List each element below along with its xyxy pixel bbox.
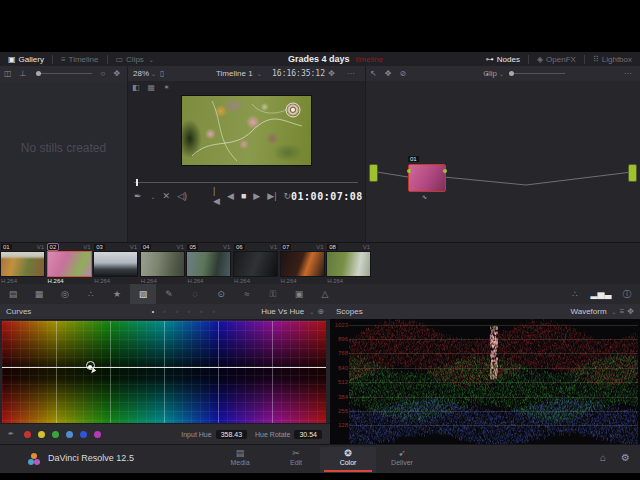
- gallery-zoom-slider[interactable]: [36, 73, 92, 74]
- swatch-blue[interactable]: [80, 431, 87, 438]
- hue-rotate-value[interactable]: 30.54: [294, 430, 322, 439]
- clip-item-05[interactable]: 05V1 H.264: [186, 243, 231, 283]
- disable-node-icon[interactable]: ⊘: [399, 69, 406, 78]
- project-manager-icon[interactable]: ⌂: [600, 452, 606, 463]
- skip-forward-button[interactable]: ▶|: [267, 191, 276, 201]
- step-back-button[interactable]: ◀: [227, 191, 234, 201]
- power-window-icon[interactable]: ◌: [182, 289, 208, 299]
- enhanced-viewer-icon[interactable]: ✶: [163, 83, 170, 92]
- options-menu-icon[interactable]: ···: [347, 69, 355, 78]
- play-button[interactable]: ▶: [253, 191, 260, 201]
- clip-thumbnail[interactable]: [233, 251, 278, 277]
- skip-back-button[interactable]: |◀: [213, 186, 220, 206]
- tab-timeline[interactable]: ≡ Timeline: [53, 52, 107, 66]
- page-media[interactable]: ▤ Media: [212, 447, 268, 473]
- corrector-node-01[interactable]: 01 ∿: [408, 164, 446, 192]
- panel-toggle-icon[interactable]: ◫: [4, 69, 12, 78]
- wipe-mode-icon[interactable]: ◧: [132, 83, 140, 92]
- tab-gallery[interactable]: ▣ Gallery: [0, 52, 52, 66]
- stop-button[interactable]: ■: [241, 191, 246, 201]
- curves-pager-dots[interactable]: • ∘ ∘ ∘ ∘ ∘: [152, 308, 219, 316]
- search-icon[interactable]: ○: [101, 69, 106, 78]
- pan-tool-icon[interactable]: ✥: [385, 69, 392, 78]
- clip-thumbnail[interactable]: [280, 251, 325, 277]
- hue-curve-line[interactable]: [2, 367, 326, 368]
- primaries-bars-icon[interactable]: ∴: [78, 289, 104, 299]
- page-deliver[interactable]: ➹ Deliver: [374, 447, 430, 473]
- info-icon[interactable]: ⓘ: [614, 288, 640, 301]
- curves-settings-icon[interactable]: ⊕: [317, 307, 324, 316]
- scope-mode-selector[interactable]: Waveform ⌄ ≡ ✥: [570, 307, 640, 316]
- key-icon[interactable]: ⚿: [260, 289, 286, 300]
- settings-gear-icon[interactable]: ⚙: [621, 452, 630, 463]
- node-zoom-slider[interactable]: [509, 73, 565, 74]
- expand-icon[interactable]: ✥: [627, 307, 634, 316]
- clip-item-08[interactable]: 08V1 H.264: [326, 243, 371, 283]
- video-preview[interactable]: [181, 95, 312, 166]
- qualifier-icon[interactable]: ✎: [156, 289, 182, 299]
- sizing-icon[interactable]: ▣: [286, 289, 312, 299]
- blur-icon[interactable]: ≈: [234, 289, 260, 299]
- hue-vs-hue-graph[interactable]: [2, 321, 326, 423]
- clip-item-02-selected[interactable]: 02V1 H.264: [47, 243, 92, 283]
- image-wipe-icon[interactable]: ▯: [160, 69, 164, 78]
- playhead[interactable]: [136, 179, 138, 186]
- swatch-green[interactable]: [52, 431, 59, 438]
- page-edit[interactable]: ✂ Edit: [268, 447, 324, 473]
- color-match-icon[interactable]: ▦: [26, 289, 52, 299]
- still-albums-icon[interactable]: ⊥: [20, 69, 27, 78]
- input-hue-value[interactable]: 358.43: [216, 430, 247, 439]
- node-output-dot[interactable]: [443, 169, 447, 173]
- clip-item-03[interactable]: 03V1 H.264: [93, 243, 138, 283]
- swatch-red[interactable]: [24, 431, 31, 438]
- clip-thumbnail[interactable]: [140, 251, 185, 277]
- camera-raw-icon[interactable]: ▤: [0, 289, 26, 299]
- eyedropper-icon[interactable]: ✒: [8, 430, 14, 438]
- node-mode-selector[interactable]: Clip ⌄: [483, 69, 570, 78]
- curves-icon[interactable]: ▧: [130, 284, 156, 304]
- curves-mode-selector[interactable]: Hue Vs Hue ⌄ ⊕: [261, 307, 330, 316]
- source-node[interactable]: [369, 164, 378, 182]
- stereo-3d-icon[interactable]: △: [312, 289, 338, 299]
- clip-thumbnail[interactable]: [93, 251, 138, 277]
- clip-item-06[interactable]: 06V1 H.264: [233, 243, 278, 283]
- keyframes-icon[interactable]: ∴: [562, 289, 588, 299]
- clip-thumbnail[interactable]: [186, 251, 231, 277]
- clip-item-01[interactable]: 01V1 H.264: [0, 243, 45, 283]
- tab-lightbox[interactable]: ⠿ Lightbox: [585, 52, 640, 66]
- clip-thumbnail[interactable]: [0, 251, 45, 277]
- clip-thumbnail[interactable]: [326, 251, 371, 277]
- color-wheels-icon[interactable]: ◎: [52, 289, 78, 299]
- clip-item-04[interactable]: 04V1 H.264: [140, 243, 185, 283]
- timeline-selector[interactable]: Timeline 1 ⌄: [216, 69, 262, 78]
- tab-clips[interactable]: ▭ Clips ⌄: [108, 52, 162, 66]
- rgb-mixer-icon[interactable]: ★: [104, 289, 130, 299]
- viewer-scrub-bar[interactable]: [134, 182, 358, 183]
- node-input-dot[interactable]: [407, 169, 411, 173]
- page-color[interactable]: ❂ Color: [320, 447, 376, 473]
- tab-openfx[interactable]: ◈ OpenFX: [529, 52, 584, 66]
- unmix-icon[interactable]: ✕: [163, 191, 171, 201]
- cursor-tool-icon[interactable]: ↖: [370, 69, 377, 78]
- tracker-icon[interactable]: ⊙: [208, 289, 234, 299]
- split-screen-icon[interactable]: ▦: [148, 83, 156, 92]
- grab-still-icon[interactable]: ✒: [134, 191, 142, 201]
- expand-icon[interactable]: ✥: [328, 69, 335, 78]
- tab-nodes[interactable]: ⊶ Nodes: [478, 52, 528, 66]
- chevron-down-icon: ⌄: [151, 70, 156, 77]
- swatch-cyan[interactable]: [66, 431, 73, 438]
- output-node[interactable]: [628, 164, 637, 182]
- clip-item-07[interactable]: 07V1 H.264: [280, 243, 325, 283]
- scope-settings-icon[interactable]: ≡: [620, 307, 625, 316]
- options-menu-icon[interactable]: ···: [624, 69, 632, 78]
- expand-icon[interactable]: ✥: [113, 69, 120, 78]
- viewer-timecode[interactable]: 16:16:35:12: [272, 69, 325, 78]
- swatch-magenta[interactable]: [94, 431, 101, 438]
- loop-button[interactable]: ↻: [284, 191, 292, 201]
- audio-mute-icon[interactable]: ◁): [177, 191, 187, 201]
- node-graph[interactable]: 01 ∿: [366, 81, 640, 242]
- clip-thumbnail[interactable]: [47, 251, 92, 277]
- viewer-zoom-level[interactable]: 28%: [133, 69, 149, 78]
- swatch-yellow[interactable]: [38, 431, 45, 438]
- scopes-toggle-icon[interactable]: ▂▅▃: [588, 289, 614, 299]
